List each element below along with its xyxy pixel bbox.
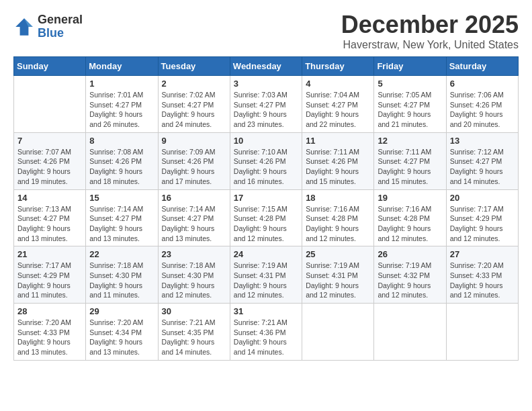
day-info: Sunrise: 7:09 AM Sunset: 4:26 PM Dayligh… bbox=[162, 147, 226, 187]
day-info: Sunrise: 7:20 AM Sunset: 4:33 PM Dayligh… bbox=[17, 318, 82, 357]
day-cell: 20Sunrise: 7:17 AM Sunset: 4:29 PM Dayli… bbox=[446, 189, 518, 246]
day-cell: 7Sunrise: 7:07 AM Sunset: 4:26 PM Daylig… bbox=[14, 132, 86, 189]
day-info: Sunrise: 7:11 AM Sunset: 4:27 PM Dayligh… bbox=[378, 147, 442, 187]
day-cell: 13Sunrise: 7:12 AM Sunset: 4:27 PM Dayli… bbox=[446, 132, 518, 189]
day-number: 26 bbox=[378, 249, 442, 259]
week-row-5: 28Sunrise: 7:20 AM Sunset: 4:33 PM Dayli… bbox=[14, 304, 519, 361]
logo-text: General Blue bbox=[38, 13, 83, 40]
day-cell: 12Sunrise: 7:11 AM Sunset: 4:27 PM Dayli… bbox=[374, 132, 446, 189]
logo-blue: Blue bbox=[38, 27, 83, 40]
day-cell: 19Sunrise: 7:16 AM Sunset: 4:28 PM Dayli… bbox=[374, 189, 446, 246]
day-number: 29 bbox=[89, 306, 154, 316]
day-cell: 10Sunrise: 7:10 AM Sunset: 4:26 PM Dayli… bbox=[230, 132, 302, 189]
day-cell: 30Sunrise: 7:21 AM Sunset: 4:35 PM Dayli… bbox=[158, 304, 230, 361]
day-cell bbox=[446, 304, 518, 361]
day-number: 17 bbox=[234, 193, 298, 203]
weekday-header-saturday: Saturday bbox=[446, 57, 518, 76]
day-cell: 17Sunrise: 7:15 AM Sunset: 4:28 PM Dayli… bbox=[230, 189, 302, 246]
day-number: 23 bbox=[162, 249, 226, 259]
day-info: Sunrise: 7:21 AM Sunset: 4:35 PM Dayligh… bbox=[162, 318, 226, 357]
logo: General Blue bbox=[13, 13, 83, 40]
day-cell: 28Sunrise: 7:20 AM Sunset: 4:33 PM Dayli… bbox=[14, 304, 86, 361]
day-cell: 21Sunrise: 7:17 AM Sunset: 4:29 PM Dayli… bbox=[14, 246, 86, 304]
day-number: 10 bbox=[234, 136, 298, 146]
day-info: Sunrise: 7:10 AM Sunset: 4:26 PM Dayligh… bbox=[234, 147, 298, 187]
day-number: 2 bbox=[162, 79, 226, 89]
weekday-header-thursday: Thursday bbox=[302, 57, 374, 76]
day-cell: 9Sunrise: 7:09 AM Sunset: 4:26 PM Daylig… bbox=[158, 132, 230, 189]
week-row-2: 7Sunrise: 7:07 AM Sunset: 4:26 PM Daylig… bbox=[14, 132, 519, 189]
day-cell: 14Sunrise: 7:13 AM Sunset: 4:27 PM Dayli… bbox=[14, 189, 86, 246]
calendar-table: SundayMondayTuesdayWednesdayThursdayFrid… bbox=[13, 56, 519, 361]
day-cell: 15Sunrise: 7:14 AM Sunset: 4:27 PM Dayli… bbox=[86, 189, 158, 246]
day-number: 22 bbox=[89, 249, 154, 259]
day-info: Sunrise: 7:12 AM Sunset: 4:27 PM Dayligh… bbox=[450, 147, 515, 187]
day-number: 15 bbox=[89, 193, 154, 203]
day-number: 18 bbox=[306, 193, 370, 203]
day-info: Sunrise: 7:16 AM Sunset: 4:28 PM Dayligh… bbox=[378, 204, 442, 244]
day-cell: 6Sunrise: 7:06 AM Sunset: 4:26 PM Daylig… bbox=[446, 76, 518, 133]
logo-icon bbox=[13, 16, 35, 38]
day-number: 30 bbox=[162, 306, 226, 316]
day-cell: 18Sunrise: 7:16 AM Sunset: 4:28 PM Dayli… bbox=[302, 189, 374, 246]
title-block: December 2025 Haverstraw, New York, Unit… bbox=[341, 11, 519, 51]
day-cell bbox=[374, 304, 446, 361]
day-info: Sunrise: 7:07 AM Sunset: 4:26 PM Dayligh… bbox=[17, 147, 82, 187]
day-info: Sunrise: 7:14 AM Sunset: 4:27 PM Dayligh… bbox=[89, 204, 154, 244]
logo-general: General bbox=[38, 13, 83, 27]
day-info: Sunrise: 7:17 AM Sunset: 4:29 PM Dayligh… bbox=[17, 261, 82, 300]
day-cell: 26Sunrise: 7:19 AM Sunset: 4:32 PM Dayli… bbox=[374, 246, 446, 304]
day-cell: 22Sunrise: 7:18 AM Sunset: 4:30 PM Dayli… bbox=[86, 246, 158, 304]
day-cell: 29Sunrise: 7:20 AM Sunset: 4:34 PM Dayli… bbox=[86, 304, 158, 361]
day-cell: 24Sunrise: 7:19 AM Sunset: 4:31 PM Dayli… bbox=[230, 246, 302, 304]
day-cell: 31Sunrise: 7:21 AM Sunset: 4:36 PM Dayli… bbox=[230, 304, 302, 361]
day-number: 14 bbox=[17, 193, 82, 203]
day-cell bbox=[14, 76, 86, 133]
weekday-header-sunday: Sunday bbox=[14, 57, 86, 76]
day-cell: 25Sunrise: 7:19 AM Sunset: 4:31 PM Dayli… bbox=[302, 246, 374, 304]
day-number: 4 bbox=[306, 79, 370, 89]
day-info: Sunrise: 7:05 AM Sunset: 4:27 PM Dayligh… bbox=[378, 90, 442, 130]
day-info: Sunrise: 7:08 AM Sunset: 4:26 PM Dayligh… bbox=[89, 147, 154, 187]
day-cell: 2Sunrise: 7:02 AM Sunset: 4:27 PM Daylig… bbox=[158, 76, 230, 133]
day-info: Sunrise: 7:19 AM Sunset: 4:32 PM Dayligh… bbox=[378, 261, 442, 300]
day-number: 25 bbox=[306, 249, 370, 259]
location: Haverstraw, New York, United States bbox=[341, 39, 519, 51]
day-number: 19 bbox=[378, 193, 442, 203]
day-number: 31 bbox=[234, 306, 298, 316]
day-number: 7 bbox=[17, 136, 82, 146]
day-info: Sunrise: 7:20 AM Sunset: 4:33 PM Dayligh… bbox=[450, 261, 515, 300]
day-info: Sunrise: 7:14 AM Sunset: 4:27 PM Dayligh… bbox=[162, 204, 226, 244]
day-number: 5 bbox=[378, 79, 442, 89]
day-cell: 3Sunrise: 7:03 AM Sunset: 4:27 PM Daylig… bbox=[230, 76, 302, 133]
day-info: Sunrise: 7:18 AM Sunset: 4:30 PM Dayligh… bbox=[89, 261, 154, 300]
day-info: Sunrise: 7:17 AM Sunset: 4:29 PM Dayligh… bbox=[450, 204, 515, 244]
day-number: 3 bbox=[234, 79, 298, 89]
day-number: 27 bbox=[450, 249, 515, 259]
weekday-header-friday: Friday bbox=[374, 57, 446, 76]
week-row-3: 14Sunrise: 7:13 AM Sunset: 4:27 PM Dayli… bbox=[14, 189, 519, 246]
day-number: 12 bbox=[378, 136, 442, 146]
day-cell: 23Sunrise: 7:18 AM Sunset: 4:30 PM Dayli… bbox=[158, 246, 230, 304]
day-number: 16 bbox=[162, 193, 226, 203]
day-info: Sunrise: 7:20 AM Sunset: 4:34 PM Dayligh… bbox=[89, 318, 154, 357]
day-info: Sunrise: 7:11 AM Sunset: 4:26 PM Dayligh… bbox=[306, 147, 370, 187]
day-info: Sunrise: 7:16 AM Sunset: 4:28 PM Dayligh… bbox=[306, 204, 370, 244]
day-info: Sunrise: 7:06 AM Sunset: 4:26 PM Dayligh… bbox=[450, 90, 515, 130]
day-cell: 5Sunrise: 7:05 AM Sunset: 4:27 PM Daylig… bbox=[374, 76, 446, 133]
day-info: Sunrise: 7:21 AM Sunset: 4:36 PM Dayligh… bbox=[234, 318, 298, 357]
day-number: 1 bbox=[89, 79, 154, 89]
day-number: 28 bbox=[17, 306, 82, 316]
day-number: 13 bbox=[450, 136, 515, 146]
day-cell: 8Sunrise: 7:08 AM Sunset: 4:26 PM Daylig… bbox=[86, 132, 158, 189]
weekday-header-monday: Monday bbox=[86, 57, 158, 76]
day-info: Sunrise: 7:01 AM Sunset: 4:27 PM Dayligh… bbox=[89, 90, 154, 130]
weekday-header-row: SundayMondayTuesdayWednesdayThursdayFrid… bbox=[14, 57, 519, 76]
weekday-header-tuesday: Tuesday bbox=[158, 57, 230, 76]
day-cell: 16Sunrise: 7:14 AM Sunset: 4:27 PM Dayli… bbox=[158, 189, 230, 246]
day-cell: 11Sunrise: 7:11 AM Sunset: 4:26 PM Dayli… bbox=[302, 132, 374, 189]
month-title: December 2025 bbox=[341, 11, 519, 39]
day-number: 24 bbox=[234, 249, 298, 259]
day-info: Sunrise: 7:19 AM Sunset: 4:31 PM Dayligh… bbox=[306, 261, 370, 300]
day-info: Sunrise: 7:13 AM Sunset: 4:27 PM Dayligh… bbox=[17, 204, 82, 244]
